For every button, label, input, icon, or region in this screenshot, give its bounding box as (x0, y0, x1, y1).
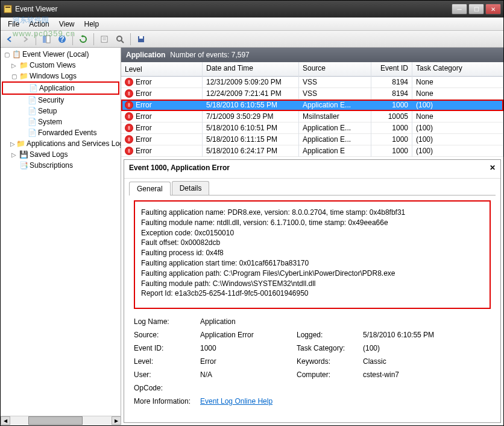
svg-rect-1 (5, 7, 10, 8)
error-icon: ! (125, 89, 133, 98)
menu-file[interactable]: File (3, 19, 24, 30)
grid-row[interactable]: !Error5/18/2010 6:24:17 PMApplication E1… (121, 145, 503, 157)
menu-help[interactable]: Help (80, 19, 104, 30)
tree-forwarded[interactable]: 📄Forwarded Events (2, 127, 119, 138)
tree-system[interactable]: 📄System (2, 116, 119, 127)
grid-row[interactable]: !Error5/18/2010 6:10:51 PMApplication E.… (121, 122, 503, 134)
toolbar: ? (1, 31, 503, 48)
menu-view[interactable]: View (54, 19, 80, 30)
menu-action[interactable]: Action (24, 19, 54, 30)
error-icon: ! (125, 101, 133, 109)
value-keywords: Classic (363, 357, 459, 366)
col-level[interactable]: Level (121, 62, 203, 76)
properties-button[interactable] (98, 33, 111, 46)
log-icon: 📄 (27, 117, 37, 127)
folder-icon: 📁 (19, 60, 28, 70)
forward-button[interactable] (19, 33, 32, 46)
tree-windows-logs[interactable]: ▢📁Windows Logs (2, 71, 119, 81)
value-taskcat: (100) (363, 344, 459, 352)
col-task[interactable]: Task Category (412, 62, 503, 76)
log-name: Application (126, 51, 165, 59)
label-level: Level: (134, 357, 200, 366)
error-icon: ! (125, 112, 133, 121)
menubar: File Action View Help (1, 17, 503, 31)
tree-saved-logs[interactable]: ▷💾Saved Logs (2, 149, 119, 160)
app-icon (3, 4, 13, 14)
svg-point-9 (117, 36, 122, 41)
value-source: Application Error (200, 331, 297, 339)
tree-custom-views[interactable]: ▷📁Custom Views (2, 60, 119, 71)
navigation-tree[interactable]: ▢📋Event Viewer (Local) ▷📁Custom Views ▢📁… (1, 48, 121, 425)
tree-security[interactable]: 📄Security (2, 95, 119, 106)
label-taskcat: Task Category: (297, 344, 363, 352)
content-area: ▢📋Event Viewer (Local) ▷📁Custom Views ▢📁… (1, 48, 503, 425)
log-icon: 📄 (28, 83, 38, 93)
tree-subscriptions[interactable]: 📑Subscriptions (2, 160, 119, 171)
back-button[interactable] (3, 33, 16, 46)
grid-row[interactable]: !Error5/18/2010 6:10:55 PMApplication E.… (121, 100, 503, 111)
event-count: Number of events: 7,597 (170, 51, 249, 59)
label-keywords: Keywords: (297, 357, 363, 366)
log-icon: 📄 (27, 95, 37, 105)
detail-close-button[interactable]: ✕ (490, 164, 496, 172)
svg-rect-2 (43, 36, 46, 43)
label-user: User: (134, 370, 200, 379)
col-date[interactable]: Date and Time (203, 62, 299, 76)
scroll-thumb[interactable] (28, 416, 83, 425)
savedlog-icon: 💾 (19, 150, 28, 159)
detail-tabs: General Details (124, 181, 500, 195)
tree-app-services[interactable]: ▷📁Applications and Services Logs (2, 138, 119, 149)
label-opcode: OpCode: (134, 384, 459, 392)
window-title: Event Viewer (15, 5, 452, 13)
find-button[interactable] (113, 33, 127, 46)
label-moreinfo: More Information: (134, 397, 200, 405)
help-button[interactable]: ? (55, 33, 69, 46)
scroll-right-button[interactable]: ▶ (112, 416, 121, 425)
detail-pane: Event 1000, Application Error ✕ General … (124, 159, 501, 423)
show-tree-button[interactable] (40, 33, 53, 46)
subscription-icon: 📑 (19, 161, 28, 170)
refresh-button[interactable] (77, 33, 90, 46)
grid-header[interactable]: Level Date and Time Source Event ID Task… (121, 62, 503, 77)
save-button[interactable] (134, 33, 148, 46)
label-logname: Log Name: (134, 317, 200, 326)
tree-root[interactable]: ▢📋Event Viewer (Local) (2, 49, 119, 60)
label-eventid: Event ID: (134, 344, 200, 352)
value-user: N/A (200, 370, 297, 379)
titlebar[interactable]: Event Viewer ─ ☐ ✕ (1, 1, 503, 17)
svg-line-10 (121, 40, 124, 43)
grid-row[interactable]: !Error12/31/2009 5:09:20 PMVSS8194None (121, 77, 503, 88)
svg-rect-12 (139, 36, 143, 39)
tab-details[interactable]: Details (172, 181, 210, 195)
minimize-button[interactable]: ─ (452, 4, 467, 14)
grid-row[interactable]: !Error5/18/2010 6:11:15 PMApplication E.… (121, 134, 503, 145)
label-computer: Computer: (297, 370, 363, 379)
tree-setup[interactable]: 📄Setup (2, 106, 119, 116)
tab-general[interactable]: General (129, 182, 171, 196)
eventviewer-icon: 📋 (11, 49, 21, 59)
svg-rect-3 (46, 36, 50, 43)
folder-icon: 📁 (19, 71, 28, 81)
error-icon: ! (125, 78, 133, 86)
tree-scrollbar[interactable]: ◀ ▶ (1, 416, 121, 425)
fault-text[interactable]: Faulting application name: PDR8.exe, ver… (134, 200, 491, 309)
scroll-left-button[interactable]: ◀ (1, 416, 10, 425)
error-icon: ! (125, 124, 133, 132)
close-button[interactable]: ✕ (485, 4, 501, 14)
maximize-button[interactable]: ☐ (468, 4, 484, 14)
value-logname: Application (200, 317, 459, 326)
grid-row[interactable]: !Error7/1/2009 3:50:29 PMMsiInstaller100… (121, 111, 503, 122)
log-icon: 📄 (27, 128, 37, 138)
col-source[interactable]: Source (299, 62, 371, 76)
value-logged: 5/18/2010 6:10:55 PM (363, 331, 459, 339)
grid-row[interactable]: !Error12/24/2009 7:21:41 PMVSS8194None (121, 88, 503, 100)
link-online-help[interactable]: Event Log Online Help (200, 397, 459, 405)
col-eventid[interactable]: Event ID (371, 62, 412, 76)
svg-rect-6 (101, 36, 107, 42)
svg-rect-0 (4, 5, 11, 13)
tree-application[interactable]: 📄Application (2, 81, 119, 95)
error-icon: ! (125, 135, 133, 144)
event-grid[interactable]: Level Date and Time Source Event ID Task… (121, 62, 503, 157)
detail-title: Event 1000, Application Error (129, 164, 230, 172)
label-logged: Logged: (297, 331, 363, 339)
